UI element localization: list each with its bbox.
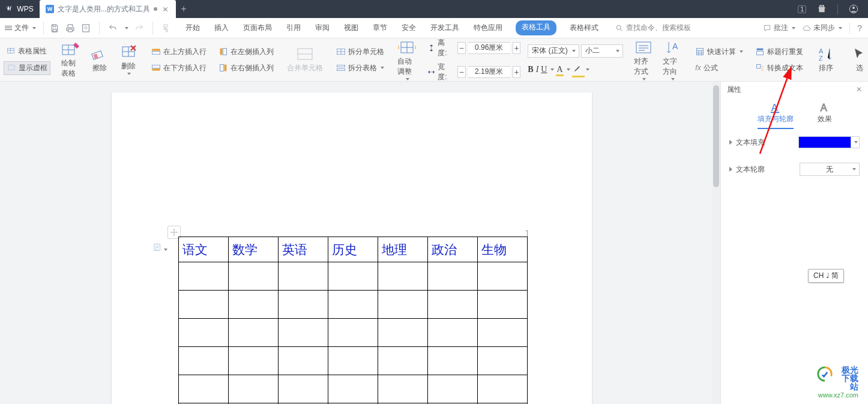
font-color-button[interactable]: A: [556, 65, 562, 74]
annotations-button[interactable]: 批注: [763, 23, 795, 33]
chevron-down-icon[interactable]: [586, 68, 589, 71]
print-icon[interactable]: [65, 23, 75, 33]
table-cell[interactable]: [378, 375, 428, 403]
table-cell[interactable]: [328, 291, 378, 319]
document-table[interactable]: 语文数学英语历史地理政治生物: [178, 237, 528, 404]
table-cell[interactable]: [428, 347, 478, 375]
redo-icon[interactable]: [134, 23, 144, 33]
tab-fill-outline[interactable]: A 填充与轮廓: [758, 101, 794, 129]
sort[interactable]: AZ排序: [813, 45, 839, 74]
text-direction[interactable]: A文字方向: [659, 38, 686, 82]
table-cell[interactable]: [229, 262, 279, 291]
table-cell[interactable]: [428, 262, 478, 291]
table-cell[interactable]: [279, 347, 328, 375]
chevron-down-icon[interactable]: [125, 27, 128, 29]
select-partial[interactable]: 选: [846, 45, 868, 74]
table-cell[interactable]: [328, 319, 378, 347]
header-cell[interactable]: 生物: [478, 237, 528, 262]
tab-review[interactable]: 审阅: [314, 20, 331, 35]
expand-icon[interactable]: [729, 140, 732, 145]
table-cell[interactable]: [229, 319, 279, 347]
notification-badge[interactable]: 1: [798, 5, 806, 13]
table-cell[interactable]: [478, 291, 528, 319]
document-tab[interactable]: W 文字是人类用...的方式和工具 ⨯: [40, 0, 176, 18]
eraser[interactable]: 擦除: [86, 45, 113, 74]
insert-col-right[interactable]: 在右侧插入列: [216, 62, 276, 74]
tab-effect[interactable]: A 效果: [818, 101, 832, 129]
table-cell[interactable]: [279, 319, 328, 347]
table-cell[interactable]: [478, 347, 528, 375]
table-cell[interactable]: [428, 319, 478, 347]
table-cell[interactable]: [279, 262, 328, 291]
table-cell[interactable]: [428, 291, 478, 319]
split-cells[interactable]: 拆分单元格: [334, 46, 387, 58]
decrement-button[interactable]: −: [457, 66, 466, 78]
table-cell[interactable]: [378, 347, 428, 375]
table-cell[interactable]: [428, 375, 478, 403]
col-width[interactable]: 宽度: − +: [427, 62, 520, 82]
tab-special[interactable]: 特色应用: [472, 20, 504, 35]
fill-color-swatch[interactable]: [798, 136, 851, 148]
gift-icon[interactable]: [817, 4, 827, 14]
avatar-icon[interactable]: [849, 4, 858, 14]
height-input[interactable]: [468, 42, 510, 54]
insert-row-above[interactable]: 在上方插入行: [149, 46, 209, 58]
draw-table[interactable]: 绘制表格: [58, 40, 84, 80]
tab-view[interactable]: 视图: [343, 20, 360, 35]
tab-start[interactable]: 开始: [184, 20, 201, 35]
table-cell[interactable]: [279, 375, 328, 403]
save-icon[interactable]: [50, 23, 59, 33]
table-cell[interactable]: [279, 291, 328, 319]
bold-button[interactable]: B: [528, 65, 533, 74]
command-search[interactable]: 查找命令、搜索模板: [615, 23, 691, 33]
insert-col-left[interactable]: 在左侧插入列: [216, 46, 276, 58]
table-cell[interactable]: [179, 375, 229, 403]
table-cell[interactable]: [378, 262, 428, 291]
format-painter-icon[interactable]: [161, 23, 171, 33]
header-cell[interactable]: 地理: [378, 237, 428, 262]
vertical-scrollbar[interactable]: [712, 82, 720, 404]
paragraph-gutter-icon[interactable]: [153, 243, 167, 255]
table-properties[interactable]: 表格属性: [4, 45, 50, 58]
width-input[interactable]: [468, 66, 510, 78]
scroll-thumb[interactable]: [713, 85, 719, 187]
table-cell[interactable]: [478, 262, 528, 291]
table-cell[interactable]: [179, 347, 229, 375]
header-row-repeat[interactable]: 标题行重复: [753, 46, 806, 58]
file-menu[interactable]: 文件: [0, 23, 41, 33]
tab-security[interactable]: 安全: [400, 20, 417, 35]
tab-page-layout[interactable]: 页面布局: [242, 20, 273, 35]
header-cell[interactable]: 政治: [428, 237, 478, 262]
table-cell[interactable]: [179, 291, 229, 319]
tab-dev[interactable]: 开发工具: [429, 20, 460, 35]
increment-button[interactable]: +: [513, 42, 521, 54]
font-size-select[interactable]: 小二: [581, 44, 623, 58]
tab-table-style[interactable]: 表格样式: [568, 20, 600, 35]
outline-select[interactable]: 无: [800, 163, 860, 176]
highlight-button[interactable]: [573, 64, 582, 76]
header-cell[interactable]: 历史: [328, 237, 378, 262]
delete[interactable]: 删除: [115, 43, 142, 76]
help-icon[interactable]: ?: [857, 23, 862, 33]
fill-color-dropdown[interactable]: [851, 136, 860, 148]
tab-references[interactable]: 引用: [285, 20, 302, 35]
underline-button[interactable]: U: [541, 65, 547, 74]
formula[interactable]: fx公式: [693, 62, 746, 74]
table-cell[interactable]: [478, 375, 528, 403]
convert-to-text[interactable]: 转换成文本: [753, 62, 806, 74]
show-virtual-frame[interactable]: 显示虚框: [4, 61, 50, 75]
header-cell[interactable]: 数学: [229, 237, 279, 262]
print-preview-icon[interactable]: [81, 23, 91, 33]
table-cell[interactable]: [229, 291, 279, 319]
alignment[interactable]: 对齐方式: [630, 38, 657, 82]
table-cell[interactable]: [179, 262, 229, 291]
table-cell[interactable]: [179, 319, 229, 347]
header-cell[interactable]: 英语: [279, 237, 328, 262]
tab-close-icon[interactable]: ⨯: [161, 5, 170, 14]
tab-table-tools[interactable]: 表格工具: [516, 20, 556, 35]
decrement-button[interactable]: −: [457, 42, 466, 54]
insert-row-below[interactable]: 在下方插入行: [149, 62, 209, 74]
header-cell[interactable]: 语文: [179, 237, 229, 262]
table-cell[interactable]: [478, 319, 528, 347]
table-cell[interactable]: [229, 375, 279, 403]
